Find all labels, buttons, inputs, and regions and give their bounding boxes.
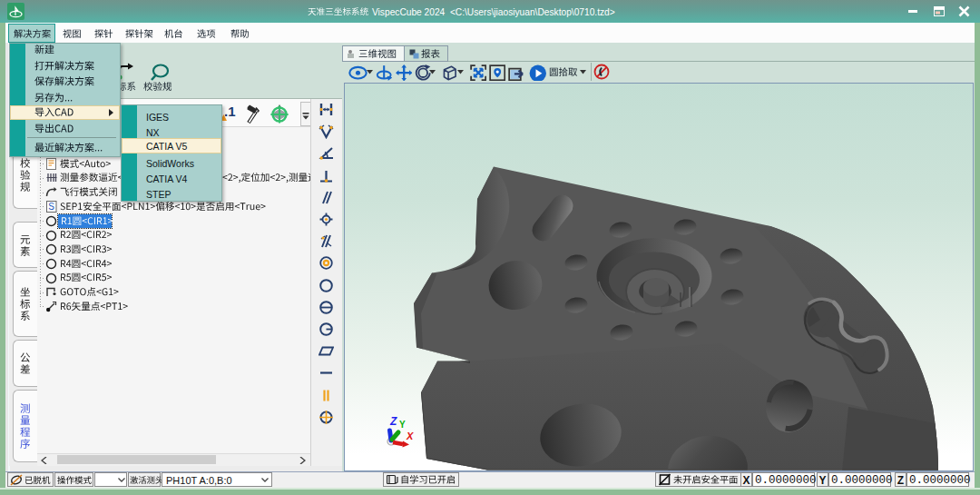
svg-text:S: S [48,202,54,212]
svg-text:Y: Y [399,420,406,430]
svg-text:X: X [406,431,414,441]
svg-text:Z: Z [389,415,397,428]
